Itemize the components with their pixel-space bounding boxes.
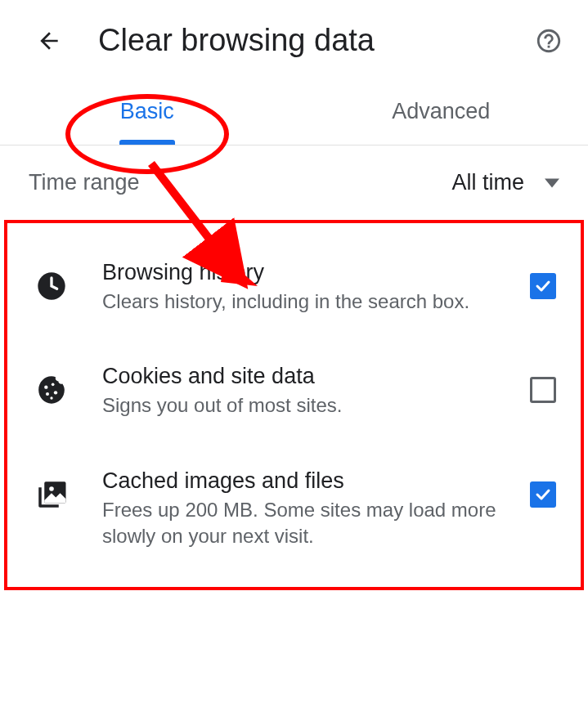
svg-point-1	[44, 386, 47, 389]
checkmark-icon	[533, 276, 553, 296]
tab-advanced[interactable]: Advanced	[294, 81, 589, 145]
cookie-icon	[32, 370, 71, 410]
image-stack-icon	[32, 475, 71, 514]
time-range-value: All time	[451, 170, 524, 195]
svg-point-4	[54, 392, 57, 395]
help-icon	[535, 27, 563, 55]
time-range-dropdown[interactable]: All time	[451, 170, 559, 195]
option-browsing-history[interactable]: Browsing history Clears history, includi…	[7, 235, 581, 339]
back-button[interactable]	[33, 25, 65, 57]
clock-icon	[32, 266, 71, 306]
options-highlighted-box: Browsing history Clears history, includi…	[4, 220, 584, 590]
option-desc: Frees up 200 MB. Some sites may load mor…	[102, 497, 514, 550]
svg-point-5	[50, 397, 52, 400]
option-text: Cookies and site data Signs you out of m…	[102, 364, 530, 419]
option-title: Browsing history	[102, 260, 514, 285]
checkmark-icon	[533, 485, 553, 504]
option-title: Cached images and files	[102, 468, 514, 494]
option-text: Browsing history Clears history, includi…	[102, 260, 530, 315]
svg-point-2	[52, 383, 55, 387]
checkbox-cookies[interactable]	[530, 377, 556, 403]
option-cached-images[interactable]: Cached images and files Frees up 200 MB.…	[7, 444, 581, 575]
option-desc: Signs you out of most sites.	[102, 392, 514, 419]
help-button[interactable]	[534, 26, 563, 56]
option-text: Cached images and files Frees up 200 MB.…	[102, 468, 530, 550]
option-title: Cookies and site data	[102, 364, 514, 389]
time-range-label: Time range	[29, 170, 140, 195]
tab-basic[interactable]: Basic	[0, 81, 294, 145]
header-bar: Clear browsing data	[0, 0, 588, 81]
checkbox-cached-images[interactable]	[530, 481, 556, 508]
option-cookies[interactable]: Cookies and site data Signs you out of m…	[7, 339, 581, 443]
svg-point-3	[46, 392, 49, 396]
time-range-row: Time range All time	[0, 146, 588, 220]
option-desc: Clears history, including in the search …	[102, 289, 514, 315]
checkbox-browsing-history[interactable]	[530, 273, 556, 299]
page-title: Clear browsing data	[98, 23, 501, 58]
arrow-left-icon	[36, 28, 62, 54]
dropdown-icon	[545, 178, 559, 188]
svg-point-7	[49, 486, 54, 491]
tabs-bar: Basic Advanced	[0, 81, 588, 146]
